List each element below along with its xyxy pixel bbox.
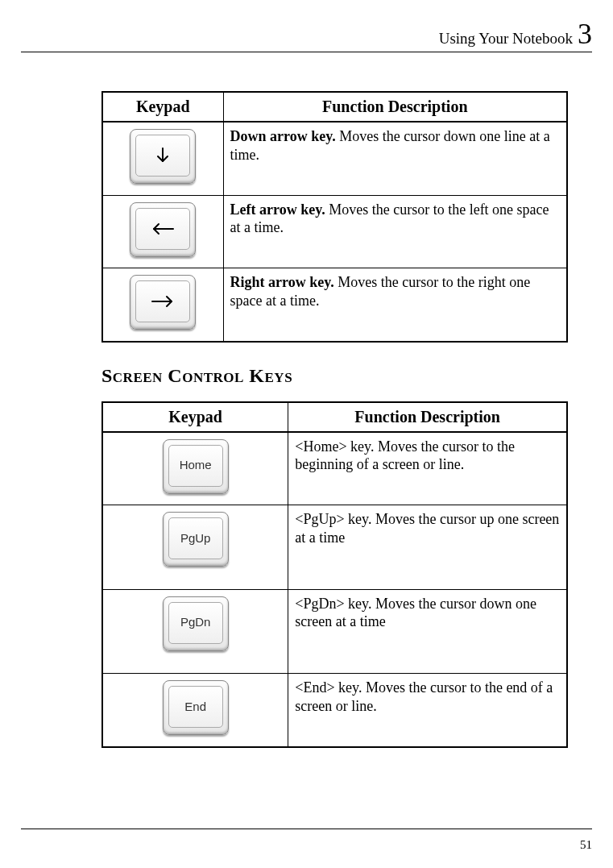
- col-keypad: Keypad: [102, 402, 288, 432]
- pgup-key-icon: PgUp: [163, 512, 229, 567]
- table-row: Down arrow key. Moves the cursor down on…: [102, 122, 567, 195]
- table-row: PgDn <PgDn> key. Moves the cursor down o…: [102, 589, 567, 674]
- table-row: Left arrow key. Moves the cursor to the …: [102, 195, 567, 268]
- pgdn-key-icon: PgDn: [163, 596, 229, 651]
- description-cell: Left arrow key. Moves the cursor to the …: [223, 195, 567, 268]
- arrow-keys-table: Keypad Function Description Down arrow k: [101, 91, 568, 343]
- page-number: 51: [580, 838, 592, 852]
- section-heading: Screen Control Keys: [101, 365, 568, 387]
- footer-rule: [21, 829, 592, 829]
- col-desc: Function Description: [223, 92, 567, 122]
- col-desc: Function Description: [288, 402, 567, 432]
- chapter-number: 3: [578, 19, 592, 48]
- description-cell: <Home> key. Moves the cursor to the begi…: [288, 432, 567, 505]
- table-row: End <End> key. Moves the cursor to the e…: [102, 674, 567, 747]
- down-arrow-key-icon: [130, 129, 196, 184]
- left-arrow-key-icon: [130, 202, 196, 257]
- screen-control-keys-table: Keypad Function Description Home <Home> …: [101, 401, 568, 748]
- description-cell: <End> key. Moves the cursor to the end o…: [288, 674, 567, 747]
- description-cell: <PgUp> key. Moves the cursor up one scre…: [288, 505, 567, 590]
- running-header: Using Your Notebook 3: [21, 19, 592, 52]
- end-key-icon: End: [163, 680, 229, 735]
- table-row: Right arrow key. Moves the cursor to the…: [102, 268, 567, 342]
- table-row: PgUp <PgUp> key. Moves the cursor up one…: [102, 505, 567, 590]
- home-key-icon: Home: [163, 439, 229, 494]
- right-arrow-key-icon: [130, 275, 196, 330]
- description-cell: Right arrow key. Moves the cursor to the…: [223, 268, 567, 342]
- col-keypad: Keypad: [102, 92, 223, 122]
- table-row: Home <Home> key. Moves the cursor to the…: [102, 432, 567, 505]
- description-cell: <PgDn> key. Moves the cursor down one sc…: [288, 589, 567, 674]
- header-title: Using Your Notebook: [439, 30, 573, 48]
- description-cell: Down arrow key. Moves the cursor down on…: [223, 122, 567, 195]
